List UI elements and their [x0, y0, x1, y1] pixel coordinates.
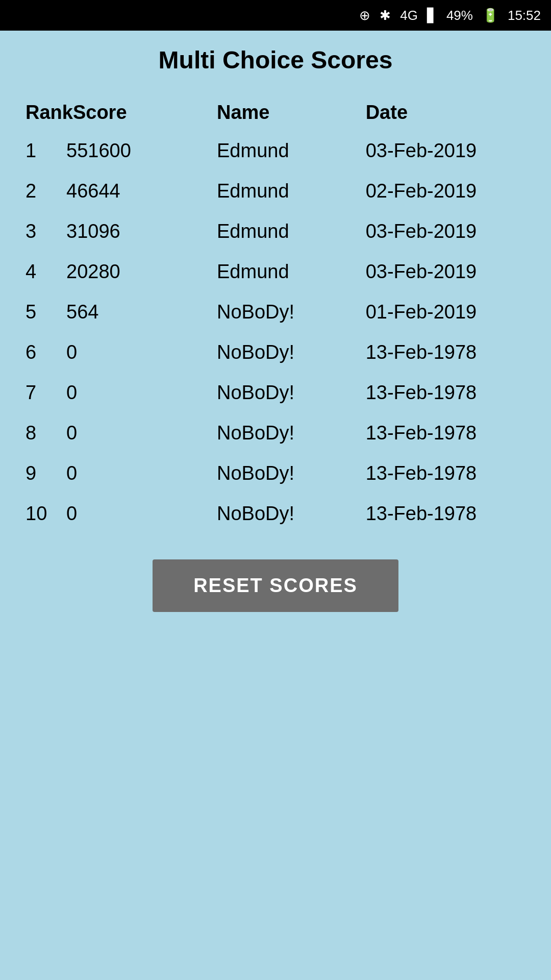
cell-score: 0 [66, 341, 77, 363]
cell-name: NoBoDy! [212, 413, 361, 453]
cell-rank-score: 60 [20, 332, 212, 373]
cell-rank-score: 246644 [20, 171, 212, 211]
header-rank: RankScore [20, 94, 212, 131]
table-row: 100NoBoDy!13-Feb-1978 [20, 494, 531, 534]
cell-date: 13-Feb-1978 [361, 494, 531, 534]
cell-rank-score: 1551600 [20, 131, 212, 171]
table-row: 80NoBoDy!13-Feb-1978 [20, 413, 531, 453]
cell-rank-score: 90 [20, 453, 212, 494]
cell-score: 0 [66, 462, 77, 484]
cell-rank: 9 [26, 462, 66, 484]
cell-name: Edmund [212, 131, 361, 171]
cell-rank-score: 70 [20, 373, 212, 413]
cell-score: 0 [66, 503, 77, 524]
battery-level: 49% [446, 8, 473, 23]
cell-date: 13-Feb-1978 [361, 413, 531, 453]
cell-score: 0 [66, 422, 77, 444]
cell-rank: 1 [26, 140, 66, 162]
status-bar: ⊕ ✱ 4G ▋ 49% 🔋 15:52 [0, 0, 551, 31]
cell-rank: 8 [26, 422, 66, 444]
table-row: 60NoBoDy!13-Feb-1978 [20, 332, 531, 373]
cell-score: 46644 [66, 180, 120, 202]
cell-name: NoBoDy! [212, 453, 361, 494]
cell-rank-score: 331096 [20, 211, 212, 252]
cell-name: NoBoDy! [212, 494, 361, 534]
cell-rank-score: 100 [20, 494, 212, 534]
cell-date: 13-Feb-1978 [361, 373, 531, 413]
signal-icon: ▋ [427, 8, 437, 23]
location-icon: ⊕ [359, 8, 370, 23]
cell-date: 03-Feb-2019 [361, 211, 531, 252]
cell-name: NoBoDy! [212, 332, 361, 373]
page-title: Multi Choice Scores [159, 46, 393, 74]
cell-rank-score: 5564 [20, 292, 212, 332]
table-row: 5564NoBoDy!01-Feb-2019 [20, 292, 531, 332]
cell-date: 01-Feb-2019 [361, 292, 531, 332]
scores-table: RankScore Score Name Date 1551600Edmund0… [20, 94, 531, 534]
table-header-row: RankScore Score Name Date [20, 94, 531, 131]
header-name: Name [212, 94, 361, 131]
bluetooth-icon: ✱ [380, 8, 391, 23]
cell-date: 03-Feb-2019 [361, 131, 531, 171]
cell-rank: 4 [26, 261, 66, 283]
cell-rank: 7 [26, 382, 66, 404]
cell-date: 13-Feb-1978 [361, 453, 531, 494]
table-row: 90NoBoDy!13-Feb-1978 [20, 453, 531, 494]
cell-name: Edmund [212, 211, 361, 252]
cell-name: NoBoDy! [212, 373, 361, 413]
cell-date: 03-Feb-2019 [361, 252, 531, 292]
table-row: 331096Edmund03-Feb-2019 [20, 211, 531, 252]
table-row: 70NoBoDy!13-Feb-1978 [20, 373, 531, 413]
cell-score: 551600 [66, 140, 131, 161]
cell-score: 20280 [66, 261, 120, 282]
cell-name: NoBoDy! [212, 292, 361, 332]
cell-rank: 2 [26, 180, 66, 202]
cell-rank-score: 80 [20, 413, 212, 453]
cell-date: 02-Feb-2019 [361, 171, 531, 211]
network-4g-icon: 4G [400, 8, 418, 23]
table-row: 1551600Edmund03-Feb-2019 [20, 131, 531, 171]
cell-name: Edmund [212, 171, 361, 211]
cell-rank: 3 [26, 220, 66, 242]
cell-rank-score: 420280 [20, 252, 212, 292]
cell-date: 13-Feb-1978 [361, 332, 531, 373]
cell-rank: 5 [26, 301, 66, 323]
header-date: Date [361, 94, 531, 131]
table-row: 246644Edmund02-Feb-2019 [20, 171, 531, 211]
main-content: Multi Choice Scores RankScore Score Name… [0, 31, 551, 980]
cell-score: 564 [66, 301, 98, 323]
cell-rank: 6 [26, 341, 66, 363]
battery-icon: 🔋 [482, 8, 498, 23]
reset-scores-button[interactable]: RESET SCORES [153, 559, 398, 612]
cell-score: 0 [66, 382, 77, 403]
cell-rank: 10 [26, 503, 66, 525]
table-row: 420280Edmund03-Feb-2019 [20, 252, 531, 292]
time-display: 15:52 [508, 8, 541, 23]
cell-score: 31096 [66, 220, 120, 242]
cell-name: Edmund [212, 252, 361, 292]
